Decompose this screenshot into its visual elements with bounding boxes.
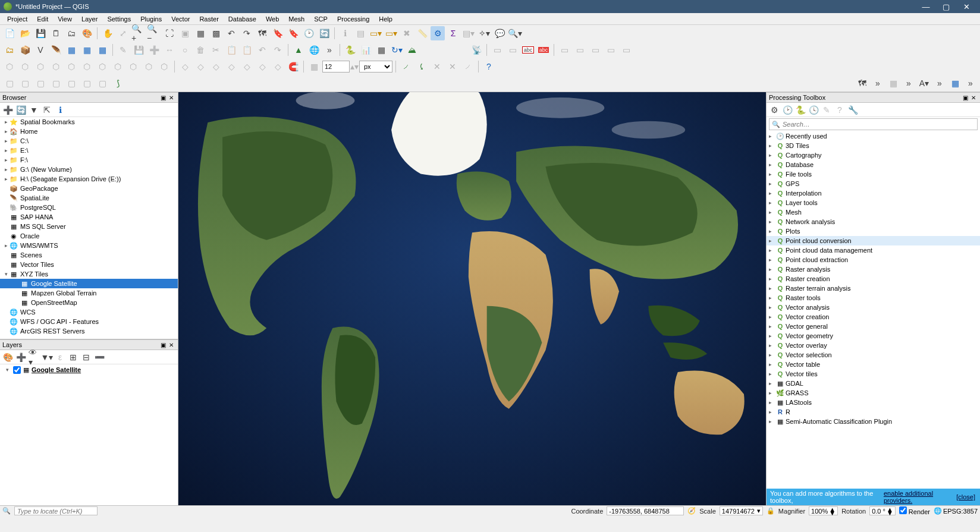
- adv-digit-2[interactable]: ◇: [193, 59, 208, 74]
- new-print-layout-button[interactable]: 🗒: [49, 26, 63, 40]
- browser-item[interactable]: 📦GeoPackage: [0, 184, 178, 193]
- processing-group[interactable]: ▸QInterpolation: [767, 188, 980, 198]
- menu-view[interactable]: View: [53, 14, 77, 24]
- tolerance-unit-combo[interactable]: px: [359, 61, 392, 73]
- processing-group[interactable]: ▸QRaster terrain analysis: [767, 284, 980, 293]
- plugin-btn-7[interactable]: ▢: [95, 76, 109, 90]
- scp-more-3[interactable]: »: [932, 76, 947, 90]
- open-project-button[interactable]: 📂: [18, 26, 32, 40]
- align-rasters-button[interactable]: ▦: [374, 43, 388, 57]
- shape-digit-2[interactable]: ⤹: [414, 59, 429, 74]
- plugin-btn-6[interactable]: ▢: [80, 76, 94, 90]
- layer-visibility-checkbox[interactable]: [13, 366, 21, 374]
- select-features-button[interactable]: ▭▾: [369, 26, 383, 40]
- browser-item[interactable]: ▸🏠Home: [0, 127, 178, 136]
- processing-group[interactable]: ▸QVector selection: [767, 350, 980, 360]
- processing-group[interactable]: ▸QRaster tools: [767, 293, 980, 303]
- cut-features-button[interactable]: ✂: [209, 43, 223, 57]
- locator-input[interactable]: [14, 506, 98, 515]
- snap-opt-8[interactable]: ⬡: [126, 59, 140, 74]
- style-manager-button[interactable]: 🎨: [80, 26, 94, 40]
- snap-button[interactable]: ⬡: [2, 59, 17, 74]
- processing-group[interactable]: ▸QVector creation: [767, 312, 980, 322]
- processing-history-button[interactable]: 🕑: [782, 105, 793, 115]
- processing-group[interactable]: ▸QPoint cloud extraction: [767, 255, 980, 265]
- menu-database[interactable]: Database: [224, 14, 261, 24]
- magnifier-value[interactable]: 100%▲▼: [809, 506, 838, 515]
- scp-dock-button-1[interactable]: 🗺: [855, 76, 869, 90]
- label-rotate-button[interactable]: ▭: [573, 43, 587, 57]
- processing-options-button[interactable]: 🔧: [847, 105, 858, 115]
- topology-checker-button[interactable]: ▲: [291, 43, 306, 57]
- processing-group[interactable]: ▸QLayer tools: [767, 198, 980, 207]
- scp-plugin-button[interactable]: ⟆: [111, 76, 125, 90]
- zoom-out-button[interactable]: 🔍−: [147, 26, 161, 40]
- processing-script-button[interactable]: 🐍: [795, 105, 806, 115]
- processing-group[interactable]: ▸▦GDAL: [767, 379, 980, 388]
- lock-scale-icon[interactable]: 🔒: [767, 507, 775, 515]
- new-project-button[interactable]: 📄: [2, 26, 17, 40]
- statistics-button[interactable]: Σ: [446, 26, 460, 40]
- processing-hint-close[interactable]: [close]: [956, 493, 975, 500]
- add-layer-button[interactable]: ➕: [2, 105, 13, 115]
- delete-selected-button[interactable]: 🗑: [193, 43, 208, 57]
- collapse-all-layers-button[interactable]: ⊟: [81, 352, 92, 363]
- reproject-button[interactable]: ↻▾: [390, 43, 404, 57]
- plugin-btn-5[interactable]: ▢: [64, 76, 78, 90]
- layers-undock-button[interactable]: ▣: [159, 341, 167, 349]
- menu-project[interactable]: Project: [2, 14, 32, 24]
- processing-group[interactable]: ▸QVector analysis: [767, 303, 980, 312]
- label-tool-2[interactable]: ▭: [505, 43, 520, 57]
- snap-opt-2[interactable]: ⬡: [33, 59, 48, 74]
- label-tool-4[interactable]: abc: [536, 43, 551, 57]
- toggle-extents-icon[interactable]: 🧭: [687, 507, 696, 515]
- rotation-value[interactable]: 0.0 °▲▼: [869, 506, 896, 515]
- browser-item[interactable]: ▦Mapzen Global Terrain: [0, 288, 178, 298]
- processing-group[interactable]: ▸🕑Recently used: [767, 131, 980, 141]
- label-pin-button[interactable]: ▭: [604, 43, 618, 57]
- identify-button[interactable]: ℹ: [338, 26, 352, 40]
- browser-item[interactable]: 🌐WFS / OGC API - Features: [0, 317, 178, 326]
- new-virtual-layer-button[interactable]: ▦: [64, 43, 78, 57]
- annotation-button[interactable]: 🔍▾: [508, 26, 522, 40]
- browser-item[interactable]: 🌐ArcGIS REST Servers: [0, 326, 178, 336]
- processing-model-button[interactable]: ⚙: [769, 105, 780, 115]
- snap-opt-1[interactable]: ⬡: [18, 59, 32, 74]
- processing-group[interactable]: ▸QRaster creation: [767, 274, 980, 284]
- processing-group[interactable]: ▸QFile tools: [767, 169, 980, 179]
- plugin-btn-4[interactable]: ▢: [49, 76, 63, 90]
- tolerance-input[interactable]: [322, 61, 350, 73]
- gps-tool-button[interactable]: 📡: [469, 43, 483, 57]
- processing-search-input[interactable]: [783, 121, 975, 128]
- label-move-button[interactable]: ▭: [557, 43, 571, 57]
- select-by-value-button[interactable]: ▭▾: [384, 26, 398, 40]
- maximize-button[interactable]: ▢: [936, 2, 956, 11]
- map-canvas[interactable]: [178, 92, 766, 505]
- histogram-button[interactable]: 📊: [359, 43, 373, 57]
- processing-group[interactable]: ▸QVector table: [767, 360, 980, 369]
- label-change-button[interactable]: ▭: [588, 43, 602, 57]
- paste-features-button[interactable]: 📋: [240, 43, 254, 57]
- menu-vector[interactable]: Vector: [167, 14, 194, 24]
- processing-group[interactable]: ▸QVector general: [767, 322, 980, 331]
- terrain-button[interactable]: ⛰: [405, 43, 419, 57]
- shape-digit-4[interactable]: ✕: [445, 59, 460, 74]
- browser-item[interactable]: ▸⭐Spatial Bookmarks: [0, 117, 178, 127]
- browser-item[interactable]: ▸🌐WMS/WMTS: [0, 241, 178, 250]
- shape-digit-3[interactable]: ✕: [430, 59, 444, 74]
- layers-panel-header[interactable]: Layers ▣ ✕: [0, 339, 178, 350]
- menu-scp[interactable]: SCP: [309, 14, 332, 24]
- field-calc-button[interactable]: ▤▾: [461, 26, 476, 40]
- new-map-view-button[interactable]: 🗺: [255, 26, 269, 40]
- scale-value[interactable]: 147914672▾: [720, 506, 763, 515]
- new-geopackage-button[interactable]: 📦: [18, 43, 32, 57]
- shape-digit-1[interactable]: ⟋: [399, 59, 413, 74]
- browser-item[interactable]: ▦OpenStreetMap: [0, 298, 178, 307]
- refresh-button[interactable]: 🔄: [317, 26, 331, 40]
- browser-panel-header[interactable]: Browser ▣ ✕: [0, 92, 178, 103]
- menu-mesh[interactable]: Mesh: [284, 14, 309, 24]
- zoom-to-selection-button[interactable]: ▣: [178, 26, 192, 40]
- processing-group[interactable]: ▸▦LAStools: [767, 398, 980, 407]
- move-feature-button[interactable]: ↔: [162, 43, 177, 57]
- browser-item[interactable]: ▸📁F:\: [0, 155, 178, 165]
